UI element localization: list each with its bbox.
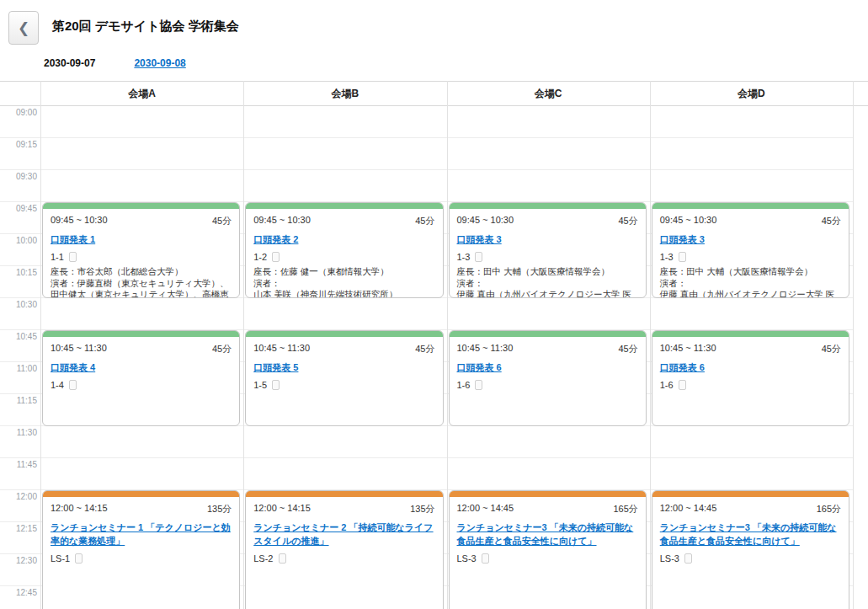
session-time: 10:45 ~ 11:30 — [457, 343, 514, 355]
time-label: 09:15 — [0, 140, 37, 149]
session-card: 09:45 ~ 10:30 45分 口頭発表 3 1-3 座長：田中 大輔（大阪… — [652, 202, 849, 298]
session-card: 09:45 ~ 10:30 45分 口頭発表 2 1-2 座長：佐藤 健一（東都… — [245, 202, 443, 298]
session-code: LS-2 — [253, 553, 273, 564]
session-title-link[interactable]: ランチョンセミナー 2 「持続可能なライフスタイルの推進」 — [253, 521, 434, 548]
session-person-line: 座長：田中 大輔（大阪医療情報学会） — [457, 266, 638, 278]
session-card: 12:00 ~ 14:45 165分 ランチョンセミナー3 「未来の持続可能な食… — [652, 490, 849, 609]
time-label: 12:00 — [0, 492, 37, 501]
session-card: 12:00 ~ 14:15 135分 ランチョンセミナー 1 「テクノロジーと効… — [42, 490, 240, 609]
time-label: 10:15 — [0, 268, 37, 277]
session-duration: 45分 — [619, 343, 638, 355]
bookmark-icon[interactable] — [684, 553, 692, 564]
session-color-bar — [43, 331, 239, 337]
session-code: LS-3 — [457, 553, 477, 564]
session-person-line: 伊藤 真由（九州バイオテクノロジー大学 医療工学部） — [660, 289, 841, 298]
session-people: 座長：田中 大輔（大阪医療情報学会）演者：伊藤 真由（九州バイオテクノロジー大学… — [457, 266, 638, 298]
session-duration: 45分 — [212, 343, 232, 355]
time-label: 09:30 — [0, 172, 37, 181]
session-time: 10:45 ~ 11:30 — [51, 343, 107, 355]
bookmark-icon[interactable] — [679, 252, 686, 262]
session-person-line: 座長：市谷太郎（北都総合大学） — [51, 266, 232, 278]
session-code: LS-1 — [51, 553, 70, 564]
time-label: 12:30 — [0, 556, 37, 565]
session-time: 10:45 ~ 11:30 — [660, 343, 716, 355]
session-code: 1-5 — [253, 380, 267, 390]
session-time: 12:00 ~ 14:45 — [660, 503, 717, 516]
bookmark-icon[interactable] — [475, 252, 482, 262]
session-code: 1-6 — [660, 380, 674, 390]
date-tab-next[interactable]: 2030-09-08 — [134, 57, 185, 69]
venue-header: 会場A — [40, 82, 243, 105]
session-title-link[interactable]: 口頭発表 3 — [457, 233, 502, 247]
session-people: 座長：田中 大輔（大阪医療情報学会）演者：伊藤 真由（九州バイオテクノロジー大学… — [660, 266, 841, 298]
bookmark-icon[interactable] — [69, 252, 77, 262]
session-person-line: 演者： — [457, 278, 638, 290]
session-title-link[interactable]: 口頭発表 4 — [51, 361, 95, 375]
session-card: 12:00 ~ 14:15 135分 ランチョンセミナー 2 「持続可能なライフ… — [245, 490, 443, 609]
session-code: 1-4 — [51, 380, 64, 390]
session-duration: 45分 — [415, 215, 434, 227]
bookmark-icon[interactable] — [75, 553, 83, 564]
session-person-line: 座長：佐藤 健一（東都情報大学） — [253, 266, 434, 278]
grid-vline — [243, 81, 244, 609]
session-title-link[interactable]: ランチョンセミナー3 「未来の持続可能な食品生産と食品安全性に向けて」 — [660, 521, 841, 548]
date-tab-current[interactable]: 2030-09-07 — [44, 57, 95, 69]
session-color-bar — [450, 331, 646, 337]
grid-vline — [447, 81, 448, 609]
session-color-bar — [652, 491, 849, 497]
session-code: LS-3 — [660, 553, 679, 564]
time-label: 10:00 — [0, 236, 37, 245]
session-people: 座長：佐藤 健一（東都情報大学）演者：山本 美咲（神奈川先端技術研究所）高橋 悠… — [253, 266, 434, 298]
bookmark-icon[interactable] — [679, 380, 686, 390]
time-label: 09:00 — [0, 108, 37, 117]
session-time: 12:00 ~ 14:45 — [457, 503, 514, 516]
page-title: 第20回 デモサイト協会 学術集会 — [52, 19, 239, 35]
session-time: 09:45 ~ 10:30 — [457, 215, 514, 227]
conference-schedule-page: ❮ 第20回 デモサイト協会 学術集会 2030-09-07 2030-09-0… — [0, 0, 868, 609]
session-person-line: 演者： — [253, 278, 434, 290]
session-title-link[interactable]: 口頭発表 1 — [51, 233, 95, 247]
session-person-line: 伊藤 真由（九州バイオテクノロジー大学 医療工学部） — [457, 289, 638, 298]
session-color-bar — [652, 203, 849, 209]
session-card: 10:45 ~ 11:30 45分 口頭発表 6 1-6 — [449, 330, 647, 426]
session-people: 座長：市谷太郎（北都総合大学）演者：伊藤直樹（東京セキュリティ大学）、田中健太（… — [51, 266, 232, 298]
bookmark-icon[interactable] — [272, 252, 280, 262]
time-label: 10:45 — [0, 332, 37, 341]
session-time: 12:00 ~ 14:15 — [253, 503, 311, 516]
bookmark-icon[interactable] — [69, 380, 77, 390]
date-tabs: 2030-09-07 2030-09-08 — [44, 57, 186, 69]
session-title-link[interactable]: 口頭発表 6 — [660, 361, 705, 375]
session-card: 10:45 ~ 11:30 45分 口頭発表 5 1-5 — [245, 330, 443, 426]
session-color-bar — [246, 491, 442, 497]
grid-vline — [650, 81, 651, 609]
time-label: 11:00 — [0, 364, 37, 373]
bookmark-icon[interactable] — [475, 380, 482, 390]
time-label: 11:30 — [0, 428, 37, 437]
session-duration: 45分 — [822, 343, 841, 355]
session-color-bar — [450, 491, 646, 497]
session-duration: 45分 — [619, 215, 638, 227]
session-title-link[interactable]: 口頭発表 2 — [253, 233, 298, 247]
session-duration: 45分 — [822, 215, 841, 227]
session-color-bar — [652, 331, 849, 337]
session-title-link[interactable]: 口頭発表 6 — [457, 361, 502, 375]
session-person-line: 山本 美咲（神奈川先端技術研究所） — [253, 289, 434, 298]
session-title-link[interactable]: 口頭発表 5 — [253, 361, 298, 375]
session-card: 09:45 ~ 10:30 45分 口頭発表 1 1-1 座長：市谷太郎（北都総… — [42, 202, 240, 298]
session-card: 10:45 ~ 11:30 45分 口頭発表 4 1-4 — [42, 330, 240, 426]
session-time: 09:45 ~ 10:30 — [253, 215, 311, 227]
session-code: 1-6 — [457, 380, 471, 390]
session-time: 09:45 ~ 10:30 — [660, 215, 717, 227]
back-button[interactable]: ❮ — [8, 11, 39, 45]
time-label: 12:45 — [0, 588, 37, 597]
bookmark-icon[interactable] — [279, 553, 286, 564]
session-code: 1-1 — [51, 252, 64, 262]
session-duration: 165分 — [817, 503, 841, 516]
session-title-link[interactable]: 口頭発表 3 — [660, 233, 705, 247]
session-time: 10:45 ~ 11:30 — [253, 343, 310, 355]
bookmark-icon[interactable] — [482, 553, 489, 564]
session-title-link[interactable]: ランチョンセミナー 1 「テクノロジーと効率的な業務処理」 — [51, 521, 232, 548]
session-duration: 45分 — [415, 343, 434, 355]
bookmark-icon[interactable] — [272, 380, 280, 390]
session-title-link[interactable]: ランチョンセミナー3 「未来の持続可能な食品生産と食品安全性に向けて」 — [457, 521, 638, 548]
